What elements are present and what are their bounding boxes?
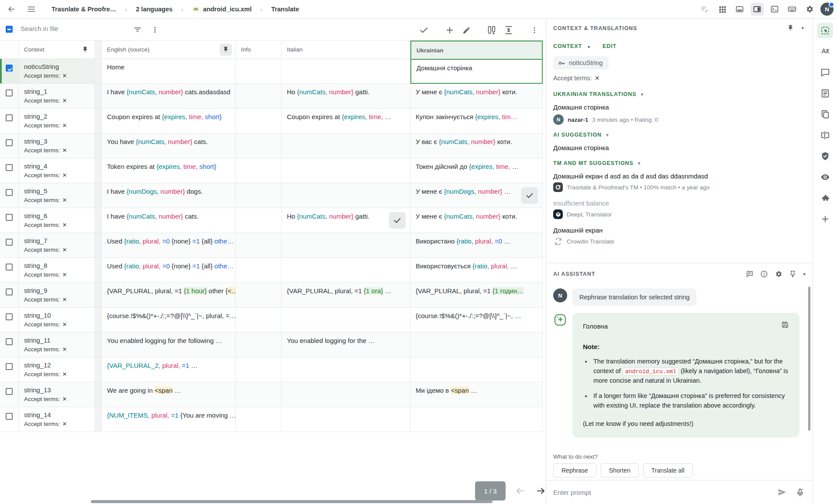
translate-icon[interactable] bbox=[817, 44, 833, 59]
approve-check-button[interactable] bbox=[521, 187, 538, 204]
tm-suggestion-text[interactable]: Домашній екран d asd as da d asd das dda… bbox=[553, 172, 804, 180]
breadcrumb-languages[interactable]: 2 languages bbox=[136, 6, 172, 13]
cell-info[interactable] bbox=[236, 134, 282, 158]
cell-context[interactable]: string_12Accept terms:✕ bbox=[19, 357, 95, 382]
chevron-down-icon[interactable]: ▾ bbox=[803, 271, 806, 277]
cell-info[interactable] bbox=[236, 59, 282, 84]
cell-info[interactable] bbox=[236, 158, 282, 183]
layout-side-icon[interactable] bbox=[751, 3, 764, 16]
plugins-puzzle-icon[interactable] bbox=[817, 190, 833, 206]
cell-italian[interactable] bbox=[282, 134, 410, 158]
rephrase-button[interactable]: Rephrase bbox=[553, 463, 596, 477]
save-icon[interactable] bbox=[781, 321, 789, 329]
cell-italian[interactable] bbox=[282, 233, 410, 258]
cell-english[interactable]: Home bbox=[102, 59, 236, 84]
more-options-icon[interactable] bbox=[149, 24, 161, 35]
cell-ukrainian[interactable]: У мене є {numCats, number} коти. bbox=[410, 84, 543, 109]
horizontal-scrollbar[interactable] bbox=[91, 500, 493, 503]
header-english[interactable]: English (source) bbox=[102, 41, 236, 59]
cell-context[interactable]: string_1Accept terms:✕ bbox=[19, 84, 95, 109]
cell-context[interactable]: string_2Accept terms:✕ bbox=[19, 109, 95, 134]
cell-english[interactable]: You enabled logging for the following … bbox=[102, 333, 236, 357]
cell-italian[interactable] bbox=[282, 183, 410, 208]
cell-english[interactable]: I have {numCats, number} cats.asdasdasd bbox=[102, 84, 236, 109]
cell-ukrainian[interactable]: {VAR_PLURAL, plural, =1 {1 годин… bbox=[410, 283, 543, 308]
cell-italian[interactable] bbox=[282, 407, 410, 432]
cell-info[interactable] bbox=[236, 84, 282, 109]
cell-italian[interactable]: {VAR_PLURAL, plural, =1 {1 ora} … bbox=[282, 283, 410, 308]
approve-check-icon[interactable] bbox=[418, 24, 430, 36]
row-checkbox[interactable] bbox=[6, 65, 13, 72]
cell-ukrainian[interactable] bbox=[410, 333, 543, 357]
vertical-fit-icon[interactable] bbox=[503, 24, 515, 36]
cell-info[interactable] bbox=[236, 258, 282, 283]
cell-ukrainian[interactable]: Використано {ratio, plural, =0 … bbox=[410, 233, 543, 258]
cell-english[interactable]: {NUM_ITEMS, plural, =1 {You are moving … bbox=[102, 407, 236, 432]
cell-info[interactable] bbox=[236, 283, 282, 308]
cell-context[interactable]: string_6Accept terms:✕ bbox=[19, 208, 95, 233]
cell-info[interactable] bbox=[236, 183, 282, 208]
cell-context[interactable]: string_10Accept terms:✕ bbox=[19, 308, 95, 333]
cell-italian[interactable]: Ho {numCats, number} gatti. bbox=[282, 84, 410, 109]
search-input[interactable]: Search in file bbox=[21, 25, 59, 32]
cell-context[interactable]: notIcuStringAccept terms:✕ bbox=[19, 59, 95, 84]
back-arrow-icon[interactable] bbox=[3, 1, 19, 17]
cell-ukrainian[interactable]: У вас є {numCats, number} коти. bbox=[410, 134, 543, 158]
cell-english[interactable]: {VAR_PLURAL, plural, =1 {1 hour} other {… bbox=[102, 283, 236, 308]
cell-ukrainian[interactable]: Купон закінчується {expires, tim… bbox=[410, 109, 543, 134]
row-checkbox[interactable] bbox=[6, 189, 13, 196]
microphone-icon[interactable] bbox=[796, 488, 805, 497]
pin-icon[interactable] bbox=[789, 271, 796, 278]
cell-english[interactable]: Used {ratio, plural, =0 {none} =1 {all} … bbox=[102, 233, 236, 258]
cell-ukrainian[interactable]: У мене є {numDogs, number} … bbox=[410, 183, 543, 208]
row-checkbox[interactable] bbox=[6, 264, 13, 271]
settings-gear-icon[interactable] bbox=[803, 3, 816, 16]
grid-view-icon[interactable] bbox=[716, 3, 729, 16]
cell-info[interactable] bbox=[236, 233, 282, 258]
cell-english[interactable]: I have {numCats, number} cats. bbox=[102, 208, 236, 233]
edit-context-button[interactable]: EDIT bbox=[603, 43, 617, 49]
cell-ukrainian[interactable] bbox=[410, 357, 543, 382]
pin-icon[interactable] bbox=[787, 24, 794, 32]
breadcrumb-project[interactable]: Trasnlate & Proofre… bbox=[52, 6, 116, 13]
translations-section-header[interactable]: UKRAINIAN TRANSLATIONS▼ bbox=[553, 91, 804, 97]
breadcrumb-mode[interactable]: Translate bbox=[271, 6, 299, 13]
cell-info[interactable] bbox=[236, 308, 282, 333]
cell-english[interactable]: {course.!$%&()*+-./:;=?@[\\]^_`|~, plura… bbox=[102, 308, 236, 333]
row-checkbox[interactable] bbox=[6, 338, 13, 345]
row-checkbox[interactable] bbox=[6, 288, 13, 295]
menu-icon[interactable] bbox=[24, 1, 39, 17]
shorten-button[interactable]: Shorten bbox=[601, 463, 639, 477]
author-name[interactable]: nazar-1 bbox=[568, 117, 588, 123]
translate-all-button[interactable]: Translate all bbox=[643, 463, 693, 477]
cell-english[interactable]: Used {ratio, plural, =0 {none} =1 {all} … bbox=[102, 258, 236, 283]
ai-suggestion-section-header[interactable]: AI SUGGESTION▼ bbox=[553, 132, 804, 138]
prev-page-arrow-icon[interactable] bbox=[513, 484, 527, 497]
row-checkbox[interactable] bbox=[6, 313, 13, 320]
cell-english[interactable]: Token expires at {expires, time, short} bbox=[102, 158, 236, 183]
info-icon[interactable] bbox=[760, 270, 768, 278]
row-checkbox[interactable] bbox=[6, 114, 13, 121]
header-ukrainian[interactable]: Ukrainian bbox=[410, 41, 543, 59]
string-key-chip[interactable]: notIcuString bbox=[553, 56, 609, 69]
cell-context[interactable]: string_3Accept terms:✕ bbox=[19, 134, 95, 158]
cell-english[interactable]: {VAR_PLURAL_2, plural, =1 … bbox=[102, 357, 236, 382]
edit-pencil-icon[interactable] bbox=[460, 24, 472, 36]
filter-icon[interactable] bbox=[132, 24, 143, 35]
cell-ukrainian[interactable]: У мене є {numCats, number} коти. bbox=[410, 208, 543, 233]
cell-italian[interactable]: You enabled logging for the … bbox=[282, 333, 410, 357]
cell-context[interactable]: string_4Accept terms:✕ bbox=[19, 158, 95, 183]
context-article-icon[interactable] bbox=[817, 86, 833, 101]
tm-suggestion-text[interactable]: Домашній екран bbox=[553, 226, 804, 234]
cell-italian[interactable] bbox=[282, 258, 410, 283]
table-more-icon[interactable] bbox=[528, 24, 541, 36]
preview-eye-icon[interactable] bbox=[817, 169, 833, 185]
cell-info[interactable] bbox=[236, 333, 282, 357]
add-panel-plus-icon[interactable] bbox=[817, 211, 833, 227]
cell-context[interactable]: string_8Accept terms:✕ bbox=[19, 258, 95, 283]
select-all-checkbox[interactable] bbox=[6, 26, 13, 33]
user-avatar[interactable]: N bbox=[820, 3, 834, 16]
cell-italian[interactable] bbox=[282, 308, 410, 333]
chat-scrollbar[interactable] bbox=[808, 287, 810, 431]
pin-icon[interactable] bbox=[220, 44, 232, 56]
